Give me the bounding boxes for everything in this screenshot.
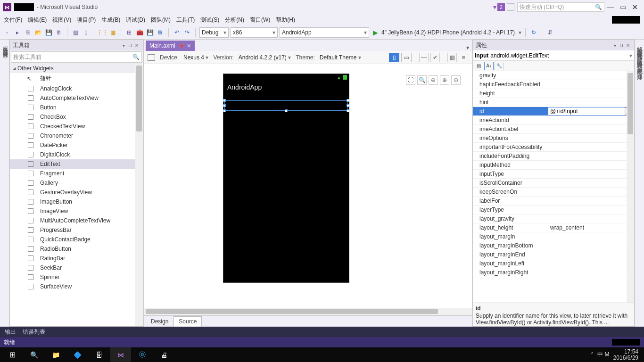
properties-object-combo[interactable]: Input android.widget.EditText ▾	[473, 50, 634, 61]
toolbox-item[interactable]: Fragment	[10, 169, 143, 178]
refresh-icon[interactable]: ↻	[529, 28, 538, 37]
property-row[interactable]: imeActionLabel	[473, 125, 634, 134]
config-combo[interactable]: Debug	[199, 27, 229, 38]
editor-h-scrollbar[interactable]	[144, 308, 472, 315]
tab-error-list[interactable]: 错误列表	[23, 328, 45, 336]
menu-analyze[interactable]: 分析(N)	[225, 16, 244, 24]
overflow-icon[interactable]: ⇵	[546, 28, 554, 37]
platform-combo[interactable]: x86	[231, 27, 278, 38]
redo-icon[interactable]: ↷	[183, 28, 191, 37]
document-tab[interactable]: Main.axml 📌 ✕	[146, 41, 195, 51]
menu-file[interactable]: 文件(F)	[4, 16, 22, 24]
printer-icon[interactable]: 🖨	[154, 347, 174, 362]
layout-icon[interactable]: ▦	[71, 28, 80, 37]
categorized-button[interactable]: ▤	[474, 62, 483, 70]
clock[interactable]: 17:54 2016/6/29	[613, 349, 638, 361]
zoom-out-button[interactable]: ⊖	[429, 75, 438, 85]
zoom-in-button[interactable]: ⊕	[440, 75, 449, 85]
property-row[interactable]: isScrollContainer	[473, 179, 634, 188]
toolbox-item[interactable]: DatePicker	[10, 140, 143, 150]
menu-build[interactable]: 生成(B)	[101, 16, 120, 24]
device-combo[interactable]: Nexus 4	[183, 54, 208, 61]
property-row[interactable]: gravity	[473, 71, 634, 80]
property-row[interactable]: hapticFeedbackEnabled	[473, 80, 634, 89]
maximize-button[interactable]: ▭	[617, 3, 629, 11]
grid-icon[interactable]: ▦	[108, 28, 117, 37]
toolbox-item[interactable]: ImageButton	[10, 197, 143, 206]
tray-chevron-icon[interactable]: ˄	[591, 352, 594, 358]
toolbox-item[interactable]: EditText	[10, 159, 143, 169]
toolbox-item[interactable]: Gallery	[10, 178, 143, 188]
toolbox-pointer[interactable]: 指针	[10, 73, 143, 84]
property-row[interactable]: layout_margin	[473, 232, 634, 241]
menu-help[interactable]: 帮助(H)	[276, 16, 295, 24]
save-all-icon[interactable]: 🗎	[55, 28, 63, 37]
property-row[interactable]: layout_gravity	[473, 214, 634, 223]
save-icon[interactable]: 💾	[44, 28, 53, 37]
tab-overflow-icon[interactable]: ▾	[463, 44, 472, 51]
run-button[interactable]: ▶ 4" JellyBean (4.2) HDPI Phone (Android…	[371, 28, 521, 37]
design-surface[interactable]: ▲ AndroidApp ⛶ 🔍 ⊖ ⊕ ⊙	[144, 64, 472, 308]
property-row[interactable]: layerType	[473, 206, 634, 214]
portrait-button[interactable]: ▯	[389, 53, 399, 62]
menu-debug[interactable]: 调试(D)	[126, 16, 145, 24]
visual-studio-icon[interactable]: ⋈	[110, 347, 131, 362]
app-icon-2[interactable]: 🗄	[89, 347, 109, 362]
ime-indicator[interactable]: 中 M	[597, 351, 609, 359]
property-row[interactable]: inputMethod	[473, 161, 634, 170]
device-icon[interactable]: ▯	[82, 28, 90, 37]
save-blue-icon[interactable]: 💾	[146, 28, 154, 37]
properties-scrollbar[interactable]	[627, 71, 634, 303]
panel-close-icon[interactable]: ✕	[625, 43, 631, 48]
zoom-reset-button[interactable]: 🔍	[417, 75, 427, 85]
alphabetical-button[interactable]: A↓	[484, 62, 494, 70]
rail-class-view[interactable]: 类视图	[636, 62, 644, 67]
panel-dropdown-icon[interactable]: ▾	[611, 43, 618, 48]
property-row[interactable]: layout_marginBottom	[473, 241, 634, 250]
toolbox-item[interactable]: GestureOverlayView	[10, 188, 143, 197]
undo-icon[interactable]: ↶	[173, 28, 181, 37]
property-row[interactable]: layout_marginRight	[473, 268, 634, 277]
new-file-icon[interactable]: ⎘	[24, 28, 32, 37]
toolbox-item[interactable]: SurfaceView	[10, 282, 143, 291]
property-row[interactable]: includeFontPadding	[473, 152, 634, 161]
feedback-icon[interactable]	[507, 3, 514, 11]
close-button[interactable]: ✕	[629, 3, 641, 11]
ie-icon[interactable]: ⓔ	[132, 347, 153, 362]
property-row[interactable]: layout_marginLeft	[473, 259, 634, 268]
device-frame-icon[interactable]	[148, 54, 155, 61]
toolbox-icon[interactable]: 🧰	[135, 28, 144, 37]
flag-icon[interactable]: ▾	[493, 3, 496, 11]
project-combo[interactable]: AndroidApp	[280, 27, 369, 38]
check-button[interactable]: ✔	[430, 53, 440, 62]
menu-tools[interactable]: 工具(T)	[176, 16, 195, 24]
property-row[interactable]: labelFor	[473, 197, 634, 206]
toolbox-item[interactable]: ImageView	[10, 206, 143, 216]
menu-team[interactable]: 团队(M)	[151, 16, 171, 24]
toolbox-search-input[interactable]: 搜索工具箱 🔍	[11, 51, 142, 63]
menu-window[interactable]: 窗口(W)	[250, 16, 270, 24]
nav-fwd-icon[interactable]: ▸	[13, 28, 22, 37]
menu-project[interactable]: 项目(P)	[77, 16, 96, 24]
tab-close-icon[interactable]: ✕	[187, 43, 191, 49]
toolbox-item[interactable]: Button	[10, 103, 143, 112]
notification-badge[interactable]: 2	[497, 3, 505, 11]
toolbox-category[interactable]: Other Widgets	[10, 64, 143, 73]
explorer-icon[interactable]: 📁	[45, 347, 66, 362]
version-combo[interactable]: Android 4.2.2 (v17)	[239, 54, 291, 61]
toolbox-item[interactable]: CheckedTextView	[10, 122, 143, 131]
selected-edittext[interactable]	[224, 100, 348, 111]
quick-launch-input[interactable]: 快速启动 (Ctrl+Q) 🔍	[517, 2, 604, 12]
menu-view[interactable]: 视图(V)	[52, 16, 71, 24]
app-icon-1[interactable]: 🔷	[67, 347, 88, 362]
tab-output[interactable]: 输出	[5, 328, 16, 336]
start-button[interactable]: ⊞	[2, 347, 23, 362]
toolbox-item[interactable]: AnalogClock	[10, 84, 143, 93]
zoom-actual-button[interactable]: ⊙	[451, 75, 461, 85]
grid-toggle-button[interactable]: ▦	[447, 53, 457, 62]
panel-dropdown-icon[interactable]: ▾	[120, 43, 127, 48]
toolbox-item[interactable]: AutoCompleteTextView	[10, 93, 143, 103]
toolbox-item[interactable]: QuickContactBadge	[10, 235, 143, 244]
toolbox-item[interactable]: RadioButton	[10, 244, 143, 254]
left-rail-tab[interactable]: 服务器资源管理器	[0, 40, 9, 327]
